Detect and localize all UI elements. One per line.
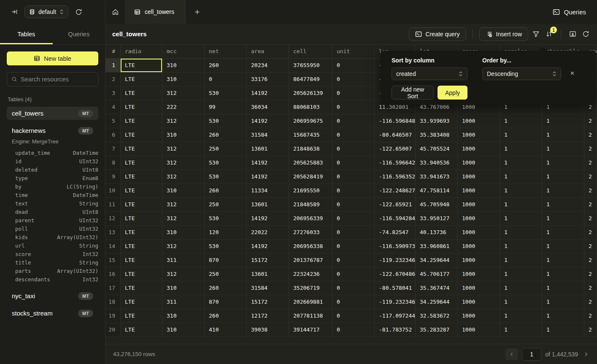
home-tab[interactable] — [105, 0, 125, 24]
row-number[interactable]: 8 — [105, 156, 121, 170]
cell[interactable]: 870 — [205, 295, 247, 309]
cell[interactable]: 11334 — [247, 184, 289, 197]
cell[interactable]: 202669881 — [289, 295, 332, 309]
cell[interactable]: 1 — [542, 170, 584, 183]
cell[interactable]: 1 — [500, 253, 542, 267]
row-number[interactable]: 13 — [105, 226, 121, 239]
column-header-unit[interactable]: unit — [332, 45, 375, 58]
cell[interactable]: 311 — [162, 253, 205, 267]
cell[interactable]: 0 — [332, 240, 375, 253]
cell[interactable]: 2 — [584, 128, 597, 142]
cell[interactable]: 2 — [584, 212, 597, 225]
cell[interactable]: 0 — [332, 309, 375, 323]
cell[interactable]: 2 — [584, 267, 597, 281]
cell[interactable]: 312 — [162, 267, 205, 281]
cell[interactable]: -122.248627 — [375, 184, 416, 197]
cell[interactable]: 205626139 — [289, 86, 332, 100]
cell[interactable]: 1000 — [458, 198, 500, 211]
cell[interactable]: 1000 — [458, 212, 500, 225]
row-number[interactable]: 4 — [105, 100, 121, 114]
cell[interactable]: LTE — [121, 86, 162, 100]
cell[interactable]: 410 — [205, 323, 247, 337]
cell[interactable]: 1 — [542, 114, 584, 128]
cell[interactable]: 1 — [542, 184, 584, 197]
cell[interactable]: 1 — [542, 156, 584, 170]
cell[interactable]: 250 — [205, 267, 247, 281]
cell[interactable]: 1 — [542, 240, 584, 253]
cell[interactable]: LTE — [121, 281, 162, 295]
cell[interactable]: 312 — [162, 114, 205, 128]
cell[interactable]: 1000 — [458, 184, 500, 197]
cell[interactable]: 14192 — [247, 240, 289, 253]
queries-panel-button[interactable]: Queries — [553, 8, 586, 16]
cell[interactable]: 1 — [500, 309, 542, 323]
column-header-cell[interactable]: cell — [289, 45, 332, 58]
cell[interactable]: 33176 — [247, 73, 289, 86]
cell[interactable]: 1 — [500, 156, 542, 170]
cell[interactable]: 310 — [162, 73, 205, 86]
cell[interactable]: LTE — [121, 323, 162, 337]
cell[interactable]: LTE — [121, 253, 162, 267]
cell[interactable]: 1000 — [458, 240, 500, 253]
cell[interactable]: 2 — [584, 142, 597, 156]
apply-sort-button[interactable]: Apply — [438, 86, 467, 100]
cell[interactable]: -116.594284 — [375, 212, 416, 225]
cell[interactable]: 33.941673 — [416, 170, 458, 183]
cell[interactable]: 1000 — [458, 128, 500, 142]
cell[interactable]: 0 — [332, 323, 375, 337]
cell[interactable]: -122.65007 — [375, 142, 416, 156]
cell[interactable]: 33.940536 — [416, 156, 458, 170]
download-button[interactable] — [567, 29, 578, 39]
cell[interactable]: 1000 — [458, 156, 500, 170]
cell[interactable]: -80.646507 — [375, 128, 416, 142]
sidebar-item-stocks-stream[interactable]: stocks_stream MT — [7, 307, 98, 320]
cell[interactable]: 15172 — [247, 295, 289, 309]
cell[interactable]: 22324236 — [289, 267, 332, 281]
cell[interactable]: LTE — [121, 240, 162, 253]
new-tab-button[interactable] — [192, 7, 202, 17]
page-number-input[interactable] — [522, 348, 541, 361]
cell[interactable]: -122.670486 — [375, 267, 416, 281]
cell[interactable]: 0 — [332, 253, 375, 267]
sidebar-tab-tables[interactable]: Tables — [0, 24, 53, 44]
cell[interactable]: 35.383408 — [416, 128, 458, 142]
column-header-radio[interactable]: radio — [121, 45, 162, 58]
cell[interactable]: LTE — [121, 128, 162, 142]
cell[interactable]: 312 — [162, 212, 205, 225]
cell[interactable]: 31584 — [247, 128, 289, 142]
cell[interactable]: -116.596352 — [375, 170, 416, 183]
cell[interactable]: 21848638 — [289, 142, 332, 156]
cell[interactable]: 20234 — [247, 59, 289, 72]
next-page-button[interactable] — [582, 350, 590, 359]
cell[interactable]: 1 — [500, 212, 542, 225]
row-number[interactable]: 1 — [105, 59, 121, 72]
cell[interactable]: 1 — [542, 128, 584, 142]
cell[interactable]: 1 — [500, 226, 542, 239]
cell[interactable]: 2 — [584, 198, 597, 211]
cell[interactable]: 2 — [584, 114, 597, 128]
column-header-area[interactable]: area — [247, 45, 289, 58]
cell[interactable]: 0 — [332, 184, 375, 197]
cell[interactable]: 1 — [500, 198, 542, 211]
row-number[interactable]: 16 — [105, 267, 121, 281]
cell[interactable]: 34.259644 — [416, 253, 458, 267]
column-header-#[interactable]: # — [105, 45, 121, 58]
cell[interactable]: 310 — [162, 59, 205, 72]
filter-button[interactable] — [531, 29, 541, 39]
cell[interactable]: 1000 — [458, 253, 500, 267]
cell[interactable]: 206956339 — [289, 212, 332, 225]
cell[interactable]: 13601 — [247, 267, 289, 281]
cell[interactable]: -122.65921 — [375, 198, 416, 211]
search-input[interactable] — [21, 76, 94, 83]
cell[interactable]: 1 — [500, 323, 542, 337]
new-table-button[interactable]: New table — [7, 51, 98, 65]
cell[interactable]: 35.367474 — [416, 281, 458, 295]
cell[interactable]: 310 — [162, 226, 205, 239]
cell[interactable]: 35.283287 — [416, 323, 458, 337]
cell[interactable]: 310 — [162, 323, 205, 337]
cell[interactable]: 1 — [542, 281, 584, 295]
row-number[interactable]: 19 — [105, 309, 121, 323]
cell[interactable]: 312 — [162, 170, 205, 183]
add-new-sort-button[interactable]: Add new Sort — [392, 86, 434, 100]
cell[interactable]: 0 — [332, 226, 375, 239]
